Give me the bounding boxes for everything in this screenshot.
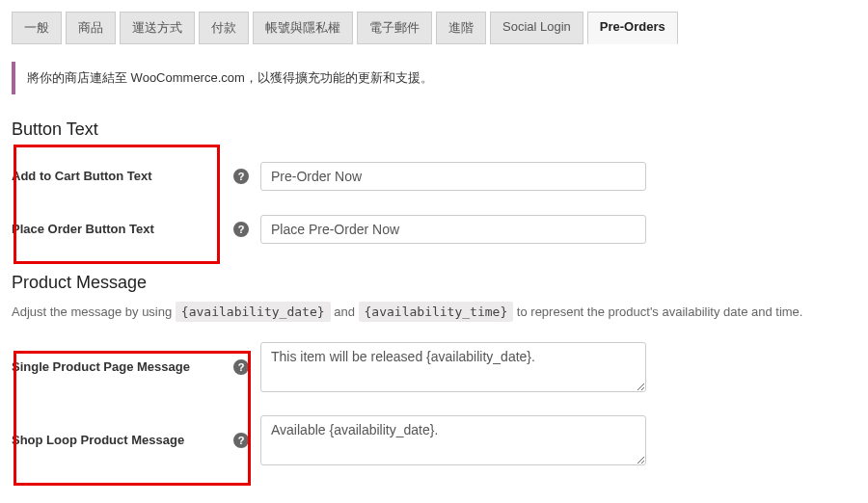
notice-text: 將你的商店連結至 WooCommerce.com，以獲得擴充功能的更新和支援。: [27, 70, 433, 85]
token-availability-time: {availability_time}: [359, 302, 514, 322]
product-message-table: Single Product Page Message ? This item …: [12, 331, 856, 477]
section-product-message: Product Message: [12, 273, 856, 293]
tab-payments[interactable]: 付款: [199, 12, 249, 44]
tab-label: 運送方式: [132, 20, 182, 35]
tab-label: 電子郵件: [369, 20, 420, 35]
add-to-cart-input[interactable]: [260, 162, 646, 191]
connect-notice: 將你的商店連結至 WooCommerce.com，以獲得擴充功能的更新和支援。: [12, 62, 856, 94]
settings-tabs: 一般 商品 運送方式 付款 帳號與隱私權 電子郵件 進階 Social Logi…: [12, 0, 856, 44]
help-icon[interactable]: ?: [233, 433, 249, 448]
tab-accounts-privacy[interactable]: 帳號與隱私權: [253, 12, 353, 44]
token-availability-date: {availability_date}: [176, 302, 331, 322]
product-message-desc: Adjust the message by using {availabilit…: [12, 303, 856, 323]
help-icon[interactable]: ?: [233, 169, 249, 184]
help-icon[interactable]: ?: [233, 222, 249, 237]
desc-text: Adjust the message by using: [12, 304, 172, 319]
tab-pre-orders[interactable]: Pre-Orders: [587, 12, 678, 44]
tab-label: Pre-Orders: [600, 19, 665, 34]
section-button-text: Button Text: [12, 119, 856, 140]
tab-social-login[interactable]: Social Login: [490, 12, 583, 44]
desc-text: and: [334, 304, 355, 319]
tab-products[interactable]: 商品: [66, 12, 116, 44]
tab-label: Social Login: [502, 19, 571, 34]
label-add-to-cart: Add to Cart Button Text: [12, 149, 233, 202]
button-text-table: Add to Cart Button Text ? Place Order Bu…: [12, 149, 856, 255]
help-icon[interactable]: ?: [233, 359, 249, 375]
single-product-textarea[interactable]: This item will be released {availability…: [260, 342, 646, 392]
place-order-input[interactable]: [260, 215, 646, 244]
tab-general[interactable]: 一般: [12, 12, 62, 44]
shop-loop-textarea[interactable]: Available {availability_date}.: [260, 415, 646, 465]
tab-label: 一般: [24, 20, 49, 35]
tab-label: 進階: [448, 20, 474, 35]
tab-label: 帳號與隱私權: [265, 20, 340, 35]
tab-shipping[interactable]: 運送方式: [120, 12, 195, 44]
label-single-product: Single Product Page Message: [12, 331, 233, 404]
tab-advanced[interactable]: 進階: [436, 12, 486, 44]
desc-text: to represent the product's availability …: [517, 304, 803, 319]
tab-emails[interactable]: 電子郵件: [357, 12, 432, 44]
tab-label: 商品: [78, 20, 103, 35]
label-shop-loop: Shop Loop Product Message: [12, 404, 233, 477]
tab-label: 付款: [211, 20, 236, 35]
label-place-order: Place Order Button Text: [12, 202, 233, 255]
